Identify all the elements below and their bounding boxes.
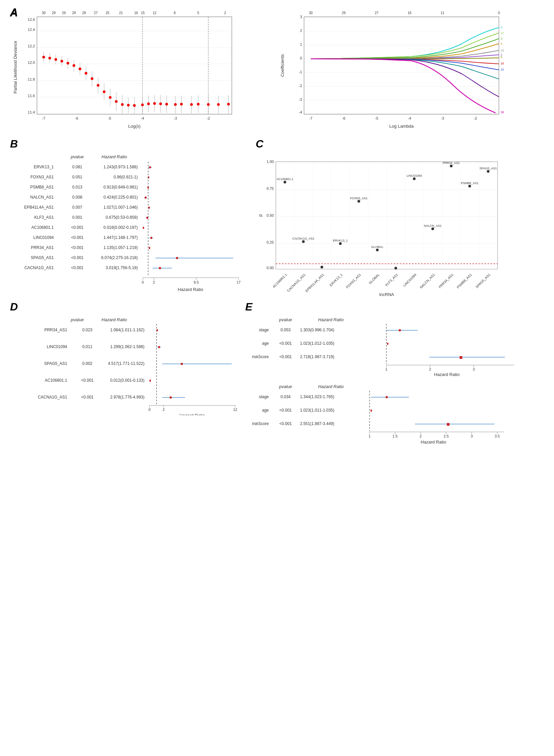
svg-text:Hazard Ratio: Hazard Ratio bbox=[101, 317, 127, 322]
main-container: A 30 29 29 29 28 27 25 21 16 15 12 8 5 bbox=[0, 0, 554, 462]
svg-text:1.299(1.062-1.588): 1.299(1.062-1.588) bbox=[110, 344, 144, 349]
svg-rect-158 bbox=[145, 197, 146, 199]
svg-text:0.007: 0.007 bbox=[72, 205, 82, 210]
svg-text:EPB41L4A_AS1: EPB41L4A_AS1 bbox=[305, 272, 325, 293]
svg-text:12: 12 bbox=[233, 408, 237, 412]
svg-point-73 bbox=[153, 102, 156, 105]
svg-text:3: 3 bbox=[300, 15, 302, 19]
svg-text:1.447(1.168-1.797): 1.447(1.168-1.797) bbox=[103, 235, 138, 240]
svg-text:2: 2 bbox=[224, 11, 226, 15]
svg-text:16: 16 bbox=[501, 49, 504, 52]
svg-text:38: 38 bbox=[501, 62, 504, 65]
svg-text:0.034: 0.034 bbox=[281, 394, 291, 399]
forest-plot-b: pvalue Hazard Ratio ERVK13_1 0.081 1.243… bbox=[10, 152, 252, 296]
svg-text:1.344(1.023-1.765): 1.344(1.023-1.765) bbox=[300, 394, 334, 399]
svg-text:NALCN_AS1: NALCN_AS1 bbox=[424, 224, 442, 227]
label-a: A bbox=[10, 6, 18, 18]
svg-point-69 bbox=[141, 103, 144, 106]
label-c: C bbox=[256, 138, 544, 150]
label-d: D bbox=[10, 301, 245, 313]
panel-e: E pvalue Hazard Ratio stage 0.053 1.303(… bbox=[245, 301, 548, 455]
svg-point-53 bbox=[91, 77, 93, 80]
panel-de-row: D pvalue Hazard Ratio PRR34_AS1 0.023 1.… bbox=[10, 301, 544, 455]
svg-text:FOXN3_AS1: FOXN3_AS1 bbox=[31, 175, 54, 179]
svg-text:<0.001: <0.001 bbox=[279, 421, 292, 426]
svg-point-67 bbox=[133, 104, 136, 107]
svg-text:5: 5 bbox=[197, 11, 199, 15]
svg-text:-4: -4 bbox=[299, 110, 302, 114]
svg-text:6: 6 bbox=[501, 55, 502, 59]
svg-text:ERVK13_1: ERVK13_1 bbox=[329, 272, 343, 287]
svg-rect-337 bbox=[371, 410, 372, 412]
svg-text:0: 0 bbox=[148, 408, 151, 412]
svg-text:0.913(0.849-0.981): 0.913(0.849-0.981) bbox=[103, 185, 138, 190]
svg-text:Log Lambda: Log Lambda bbox=[389, 124, 414, 129]
svg-text:-3: -3 bbox=[441, 116, 444, 120]
svg-text:6.074(2.275-16.218): 6.074(2.275-16.218) bbox=[101, 255, 138, 260]
svg-text:pvalue: pvalue bbox=[279, 384, 292, 389]
svg-rect-344 bbox=[370, 432, 504, 432]
panel-d: D pvalue Hazard Ratio PRR34_AS1 0.023 1.… bbox=[10, 301, 245, 455]
svg-text:-1: -1 bbox=[299, 70, 302, 74]
svg-text:1: 1 bbox=[385, 367, 387, 371]
svg-text:29: 29 bbox=[52, 11, 56, 15]
svg-text:12: 12 bbox=[153, 11, 157, 15]
svg-text:1.027(1.007-1.046): 1.027(1.007-1.046) bbox=[103, 205, 138, 210]
svg-rect-143 bbox=[149, 166, 151, 168]
svg-point-89 bbox=[217, 103, 220, 106]
svg-point-63 bbox=[121, 103, 124, 106]
svg-text:riskScore: riskScore bbox=[252, 421, 269, 426]
svg-text:EPB41L4A_AS1: EPB41L4A_AS1 bbox=[24, 205, 54, 210]
svg-text:LINC01094: LINC01094 bbox=[407, 174, 422, 177]
svg-text:-5: -5 bbox=[375, 116, 378, 120]
svg-text:29: 29 bbox=[72, 11, 76, 15]
svg-text:12.4: 12.4 bbox=[28, 28, 35, 32]
svg-rect-163 bbox=[148, 207, 150, 209]
svg-text:Hazard Ratio: Hazard Ratio bbox=[179, 413, 205, 415]
svg-text:0.675(0.53-0.859): 0.675(0.53-0.859) bbox=[106, 215, 138, 220]
svg-text:ERVK13_1: ERVK13_1 bbox=[34, 165, 54, 169]
svg-point-59 bbox=[109, 96, 112, 99]
svg-text:CACNA1G_AS1: CACNA1G_AS1 bbox=[286, 272, 306, 293]
svg-point-45 bbox=[67, 62, 69, 65]
svg-point-41 bbox=[54, 58, 57, 61]
svg-text:LINC01094: LINC01094 bbox=[47, 344, 67, 349]
panel-b: B pvalue Hazard Ratio ERVK13_1 0.081 1.2… bbox=[10, 138, 256, 297]
svg-text:12.2: 12.2 bbox=[28, 44, 35, 48]
svg-text:2: 2 bbox=[429, 367, 431, 371]
svg-text:1.023(1.012-1.035): 1.023(1.012-1.035) bbox=[300, 341, 334, 346]
svg-text:3.5: 3.5 bbox=[495, 434, 500, 438]
svg-text:Log(λ): Log(λ) bbox=[128, 124, 141, 129]
svg-text:11: 11 bbox=[440, 11, 444, 15]
svg-text:-6: -6 bbox=[342, 116, 345, 120]
svg-point-43 bbox=[60, 60, 63, 62]
svg-text:25: 25 bbox=[105, 11, 110, 15]
svg-text:-2: -2 bbox=[207, 116, 210, 120]
svg-rect-316 bbox=[460, 356, 462, 359]
svg-text:age: age bbox=[262, 341, 269, 346]
panel-a-left: 30 29 29 29 28 27 25 21 16 15 12 8 5 2 1… bbox=[10, 7, 277, 134]
svg-text:3: 3 bbox=[501, 37, 502, 40]
svg-point-81 bbox=[180, 103, 183, 106]
svg-text:4.517(1.771-11.522): 4.517(1.771-11.522) bbox=[108, 361, 144, 366]
svg-point-37 bbox=[42, 56, 45, 58]
svg-text:<0.001: <0.001 bbox=[71, 235, 83, 240]
svg-text:NALCN_AS1: NALCN_AS1 bbox=[30, 195, 54, 200]
svg-point-233 bbox=[376, 249, 379, 251]
svg-text:21: 21 bbox=[119, 11, 123, 15]
svg-text:2: 2 bbox=[300, 29, 302, 33]
svg-text:2: 2 bbox=[163, 408, 165, 412]
svg-text:<0.001: <0.001 bbox=[71, 265, 83, 270]
schoenfeld-plot: 1.00 0.75 0.50 0.25 0.00 bbox=[256, 152, 541, 296]
svg-text:0.002: 0.002 bbox=[82, 361, 92, 366]
coefficients-plot: 30 29 27 16 11 0 3 2 1 0 -1 -2 -3 -4 bbox=[277, 7, 519, 134]
svg-text:15: 15 bbox=[501, 68, 504, 71]
svg-point-39 bbox=[48, 57, 51, 59]
svg-text:0.75: 0.75 bbox=[267, 186, 274, 191]
svg-text:stage: stage bbox=[259, 328, 269, 332]
svg-text:3.019(1.756-5.19): 3.019(1.756-5.19) bbox=[106, 265, 138, 270]
svg-text:0.081: 0.081 bbox=[72, 165, 82, 169]
svg-text:-6: -6 bbox=[75, 116, 78, 120]
svg-text:5: 5 bbox=[501, 26, 502, 29]
svg-text:NALCN_AS1: NALCN_AS1 bbox=[419, 272, 435, 289]
